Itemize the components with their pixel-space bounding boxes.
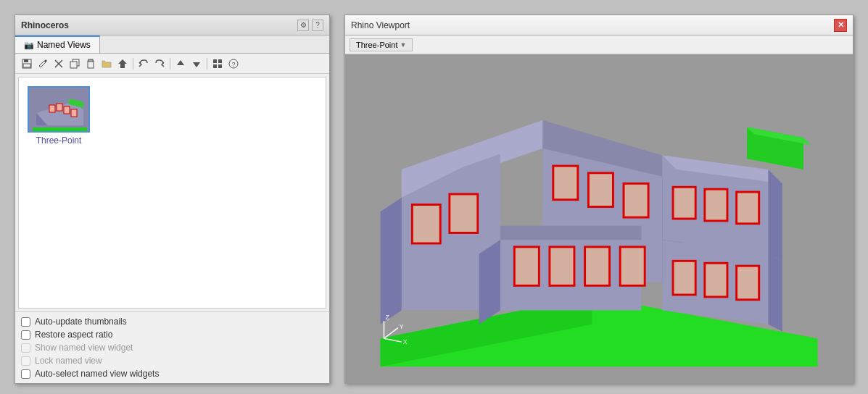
svg-rect-45 [620,247,645,285]
svg-rect-12 [218,64,222,68]
named-view-three-point[interactable]: Three-Point [25,83,93,148]
move-down-button[interactable] [189,56,204,71]
svg-rect-19 [49,105,55,112]
help-button[interactable]: ? [312,20,323,31]
separator-2 [170,58,170,70]
viewport-mode-button[interactable]: Three-Point ▼ [350,38,413,51]
viewport-canvas: Z Y X [345,54,853,383]
copy-button[interactable] [67,56,82,71]
svg-rect-43 [550,247,574,285]
lock-view-label[interactable]: Lock named view [35,356,102,366]
svg-rect-49 [673,187,695,219]
svg-marker-41 [500,226,641,240]
delete-button[interactable] [51,56,66,71]
rhinoceros-panel: Rhinoceros ⚙ ? 📷 Named Views [15,14,330,384]
svg-rect-22 [71,109,77,117]
svg-rect-1 [24,59,28,62]
dropdown-arrow-icon: ▼ [400,41,406,49]
viewport-panel: Rhino Viewport ✕ Three-Point ▼ [344,14,853,384]
svg-rect-37 [588,173,613,207]
svg-rect-21 [64,106,70,114]
svg-rect-38 [624,183,648,217]
svg-text:Y: Y [400,323,404,330]
auto-update-row: Auto-update thumbnails [21,317,323,327]
restore-aspect-label[interactable]: Restore aspect ratio [35,330,112,340]
building-svg: Z Y X [345,54,853,383]
titlebar-buttons: ⚙ ? [297,20,323,31]
edit-button[interactable] [36,56,50,71]
svg-rect-6 [70,62,77,68]
svg-rect-36 [553,166,578,200]
svg-rect-9 [213,59,217,63]
restore-aspect-checkbox[interactable] [21,330,30,340]
auto-update-label[interactable]: Auto-update thumbnails [35,317,127,327]
save-button[interactable] [20,56,34,71]
help-toolbar-button[interactable]: ? [226,56,241,71]
auto-select-checkbox[interactable] [21,369,30,379]
redo-button[interactable] [152,56,167,71]
show-widget-checkbox[interactable] [21,343,30,353]
named-view-name: Three-Point [36,135,82,146]
rhino-title: Rhinoceros [21,20,69,30]
viewport-mode-label: Three-Point [356,41,397,49]
svg-rect-56 [673,261,695,295]
svg-marker-55 [768,254,782,332]
show-widget-row: Show named view widget [21,343,323,353]
panel-toolbar: ? [15,54,329,74]
viewport-titlebar: Rhino Viewport ✕ [345,15,853,35]
tab-label: Named Views [37,40,91,50]
auto-select-label[interactable]: Auto-select named view widgets [35,369,159,379]
thumbnail-svg [29,88,90,133]
rhino-titlebar: Rhinoceros ⚙ ? [15,15,329,35]
svg-rect-44 [585,247,610,285]
named-views-tab[interactable]: 📷 Named Views [15,35,100,53]
svg-rect-31 [412,205,440,243]
svg-rect-42 [514,247,539,285]
svg-marker-48 [768,169,782,261]
settings-button[interactable]: ⚙ [297,20,309,31]
folder-button[interactable] [99,56,114,71]
viewport-close-button[interactable]: ✕ [834,19,847,32]
move-up-button[interactable] [173,56,188,71]
svg-rect-10 [218,59,222,63]
lock-view-row: Lock named view [21,356,323,366]
restore-aspect-row: Restore aspect ratio [21,330,323,340]
auto-select-row: Auto-select named view widgets [21,369,323,379]
svg-text:Z: Z [385,314,389,321]
viewport-title: Rhino Viewport [351,20,410,30]
panel-options: Auto-update thumbnails Restore aspect ra… [15,311,329,383]
undo-button[interactable] [136,56,151,71]
svg-text:?: ? [231,61,235,68]
paste-button[interactable] [83,56,98,71]
svg-rect-50 [705,189,727,221]
lock-view-checkbox[interactable] [21,356,30,366]
svg-marker-40 [479,240,500,324]
svg-rect-51 [737,192,759,224]
separator-3 [207,58,207,70]
named-view-thumbnail [28,86,90,133]
svg-rect-32 [450,194,478,232]
svg-rect-58 [737,266,759,300]
svg-rect-8 [88,59,93,62]
svg-rect-57 [705,263,727,297]
auto-update-checkbox[interactable] [21,317,30,327]
svg-rect-20 [57,104,62,111]
svg-marker-29 [381,198,402,324]
grid-view-button[interactable] [210,56,225,71]
named-views-list: Three-Point [18,77,326,309]
svg-rect-11 [213,64,217,68]
svg-rect-2 [23,64,30,67]
panel-tab: 📷 Named Views [15,35,329,54]
separator-1 [133,58,133,70]
camera-icon: 📷 [24,41,34,50]
viewport-toolbar: Three-Point ▼ [345,35,853,54]
import-button[interactable] [115,56,130,71]
svg-marker-16 [33,127,87,133]
svg-text:X: X [403,338,408,345]
show-widget-label[interactable]: Show named view widget [35,343,133,353]
